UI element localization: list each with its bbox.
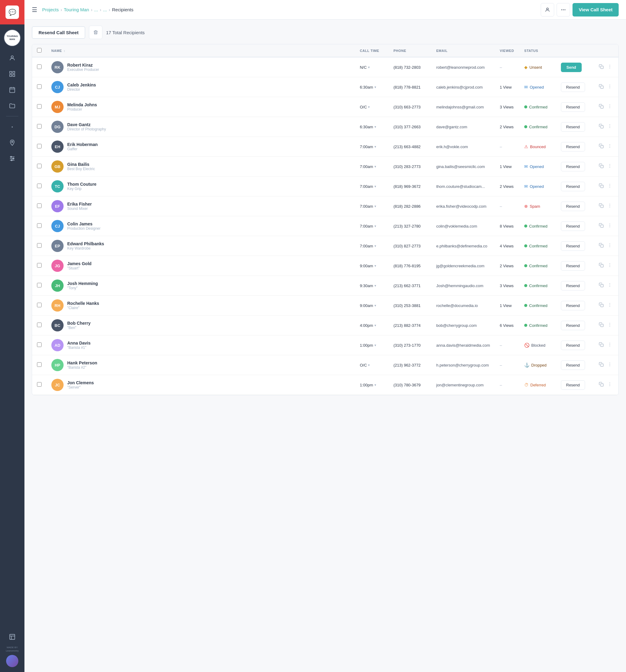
row-more-button-13[interactable] xyxy=(606,301,613,310)
sidebar-item-grid[interactable] xyxy=(5,67,19,81)
row-checkbox-8[interactable] xyxy=(37,203,42,208)
resend-button-17[interactable]: Resend xyxy=(561,380,585,390)
row-more-button-17[interactable] xyxy=(606,381,613,389)
row-calltime-chevron-12[interactable]: ▾ xyxy=(374,284,376,288)
resend-button-10[interactable]: Resend xyxy=(561,241,585,251)
row-copy-button-11[interactable] xyxy=(598,262,605,270)
resend-button-14[interactable]: Resend xyxy=(561,321,585,330)
row-calltime-chevron-6[interactable]: ▾ xyxy=(374,165,376,169)
row-checkbox-3[interactable] xyxy=(37,104,42,109)
row-more-button-16[interactable] xyxy=(606,361,613,369)
row-checkbox-1[interactable] xyxy=(37,65,42,69)
breadcrumb-projects[interactable]: Projects xyxy=(42,7,59,12)
row-calltime-chevron-13[interactable]: ▾ xyxy=(374,304,376,308)
resend-button-16[interactable]: Resend xyxy=(561,360,585,370)
row-calltime-chevron-11[interactable]: ▾ xyxy=(374,264,376,268)
row-more-button-1[interactable] xyxy=(606,63,613,71)
resend-button-8[interactable]: Resend xyxy=(561,201,585,211)
menu-icon[interactable]: ☰ xyxy=(32,6,37,14)
row-more-button-3[interactable] xyxy=(606,103,613,111)
row-copy-button-2[interactable] xyxy=(598,83,605,91)
row-copy-button-12[interactable] xyxy=(598,281,605,290)
breadcrumb-ellipsis-1[interactable]: ... xyxy=(94,7,98,12)
user-avatar-bottom[interactable] xyxy=(6,655,18,667)
row-copy-button-4[interactable] xyxy=(598,122,605,131)
row-copy-button-16[interactable] xyxy=(598,361,605,369)
row-calltime-chevron-2[interactable]: ▾ xyxy=(374,85,376,89)
row-copy-button-3[interactable] xyxy=(598,103,605,111)
row-copy-button-17[interactable] xyxy=(598,381,605,389)
breadcrumb-ellipsis-2[interactable]: ... xyxy=(103,7,107,12)
row-more-button-9[interactable] xyxy=(606,222,613,230)
row-checkbox-5[interactable] xyxy=(37,144,42,148)
row-checkbox-10[interactable] xyxy=(37,243,42,248)
row-copy-button-8[interactable] xyxy=(598,202,605,211)
row-calltime-chevron-15[interactable]: ▾ xyxy=(374,343,376,347)
row-calltime-chevron-1[interactable]: ▾ xyxy=(368,65,370,69)
sidebar-item-dot[interactable]: ● xyxy=(5,120,19,134)
row-more-button-6[interactable] xyxy=(606,162,613,171)
more-options-button[interactable] xyxy=(557,3,570,17)
row-checkbox-9[interactable] xyxy=(37,223,42,228)
row-copy-button-13[interactable] xyxy=(598,301,605,310)
row-copy-button-7[interactable] xyxy=(598,182,605,191)
user-action-button[interactable] xyxy=(541,3,554,17)
resend-button-15[interactable]: Resend xyxy=(561,341,585,350)
row-copy-button-9[interactable] xyxy=(598,222,605,230)
row-more-button-8[interactable] xyxy=(606,202,613,211)
row-calltime-chevron-4[interactable]: ▾ xyxy=(374,125,376,129)
sidebar-item-calendar[interactable] xyxy=(5,83,19,97)
row-more-button-10[interactable] xyxy=(606,242,613,250)
row-copy-button-15[interactable] xyxy=(598,341,605,350)
row-copy-button-5[interactable] xyxy=(598,142,605,151)
resend-button-6[interactable]: Resend xyxy=(561,162,585,171)
row-copy-button-10[interactable] xyxy=(598,242,605,250)
row-checkbox-12[interactable] xyxy=(37,283,42,287)
resend-call-sheet-button[interactable]: Resend Call Sheet xyxy=(32,26,85,39)
view-call-sheet-button[interactable]: View Call Sheet xyxy=(573,3,619,17)
row-checkbox-2[interactable] xyxy=(37,84,42,89)
row-calltime-chevron-7[interactable]: ▾ xyxy=(374,185,376,189)
row-copy-button-6[interactable] xyxy=(598,162,605,171)
row-more-button-7[interactable] xyxy=(606,182,613,191)
delete-button[interactable] xyxy=(89,26,102,39)
resend-button-12[interactable]: Resend xyxy=(561,281,585,290)
resend-button-3[interactable]: Resend xyxy=(561,102,585,112)
row-more-button-15[interactable] xyxy=(606,341,613,350)
send-button-1[interactable]: Send xyxy=(561,63,582,72)
row-calltime-chevron-17[interactable]: ▾ xyxy=(374,383,376,387)
breadcrumb-touringman[interactable]: Touring Man xyxy=(64,7,89,12)
sidebar-item-location[interactable] xyxy=(5,136,19,149)
resend-button-11[interactable]: Resend xyxy=(561,261,585,271)
row-calltime-chevron-9[interactable]: ▾ xyxy=(374,224,376,228)
row-checkbox-13[interactable] xyxy=(37,303,42,307)
row-calltime-chevron-14[interactable]: ▾ xyxy=(374,323,376,328)
row-more-button-11[interactable] xyxy=(606,262,613,270)
row-checkbox-4[interactable] xyxy=(37,124,42,128)
row-more-button-4[interactable] xyxy=(606,122,613,131)
resend-button-5[interactable]: Resend xyxy=(561,142,585,151)
resend-button-4[interactable]: Resend xyxy=(561,122,585,131)
row-checkbox-16[interactable] xyxy=(37,362,42,367)
row-checkbox-17[interactable] xyxy=(37,382,42,387)
sidebar-item-folder[interactable] xyxy=(5,99,19,113)
row-more-button-14[interactable] xyxy=(606,321,613,330)
row-calltime-chevron-8[interactable]: ▾ xyxy=(374,205,376,208)
row-checkbox-6[interactable] xyxy=(37,164,42,168)
row-more-button-12[interactable] xyxy=(606,281,613,290)
sidebar-item-sliders[interactable] xyxy=(5,152,19,165)
row-more-button-5[interactable] xyxy=(606,142,613,151)
row-calltime-chevron-3[interactable]: ▾ xyxy=(368,105,370,109)
select-all-checkbox[interactable] xyxy=(37,48,42,52)
resend-button-7[interactable]: Resend xyxy=(561,182,585,191)
row-checkbox-14[interactable] xyxy=(37,322,42,327)
sidebar-item-people[interactable] xyxy=(5,51,19,65)
row-calltime-chevron-5[interactable]: ▾ xyxy=(374,145,376,149)
sidebar-item-book[interactable] xyxy=(5,630,19,644)
row-calltime-chevron-16[interactable]: ▾ xyxy=(368,363,370,367)
row-copy-button-14[interactable] xyxy=(598,321,605,330)
resend-button-9[interactable]: Resend xyxy=(561,221,585,231)
row-more-button-2[interactable] xyxy=(606,83,613,91)
row-checkbox-7[interactable] xyxy=(37,184,42,188)
resend-button-2[interactable]: Resend xyxy=(561,82,585,92)
